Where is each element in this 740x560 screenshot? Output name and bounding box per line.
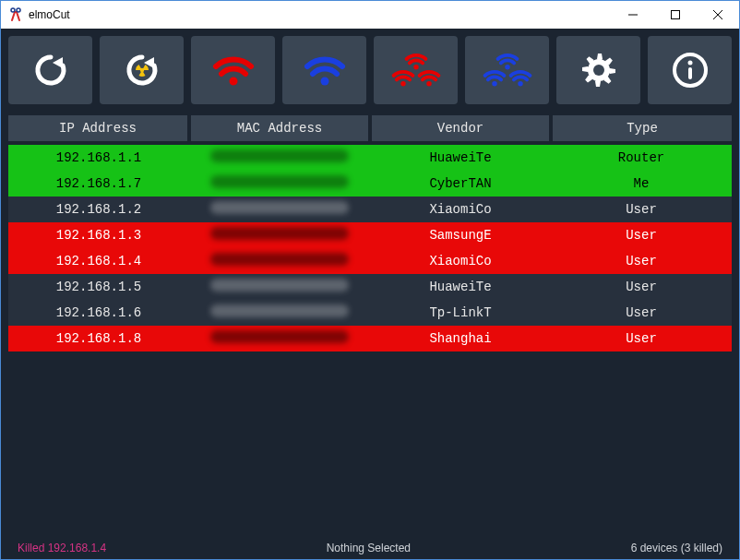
wifi-red-icon [210,50,257,90]
cell-mac [189,326,370,351]
cell-type: Me [551,171,732,197]
mac-redacted [210,175,349,188]
cell-ip: 192.168.1.6 [8,300,189,326]
mac-redacted [210,149,349,162]
svg-point-14 [505,65,510,70]
cut-all-button[interactable] [374,36,458,104]
mac-redacted [210,279,349,292]
svg-point-10 [320,77,328,86]
table-row[interactable]: 192.168.1.7CyberTANMe [8,171,732,197]
cell-ip: 192.168.1.4 [8,248,189,274]
cell-type: User [551,248,732,274]
cell-ip: 192.168.1.7 [8,171,189,197]
col-ip[interactable]: IP Address [8,115,189,143]
about-button[interactable] [648,36,732,104]
table-header-row: IP Address MAC Address Vendor Type [8,115,732,143]
cell-type: Router [551,143,732,171]
cell-mac [189,274,370,300]
refresh-button[interactable] [8,36,92,104]
close-button[interactable] [697,1,739,29]
window-title: elmoCut [29,8,70,21]
cell-vendor: Shanghai [370,326,551,351]
col-mac[interactable]: MAC Address [189,115,370,143]
svg-point-11 [413,65,419,70]
table-row[interactable]: 192.168.1.6Tp-LinkTUser [8,300,732,326]
cell-mac [189,300,370,326]
svg-point-9 [229,77,237,86]
scan-button[interactable] [100,36,184,104]
svg-point-15 [492,81,497,87]
cell-ip: 192.168.1.2 [8,197,189,222]
cell-vendor: XiaomiCo [370,248,551,274]
cell-vendor: SamsungE [370,222,551,248]
svg-point-1 [17,8,20,12]
cell-mac [189,222,370,248]
svg-point-0 [11,8,15,12]
cell-mac [189,143,370,171]
status-left: Killed 192.168.1.4 [18,542,106,554]
cell-ip: 192.168.1.1 [8,143,189,171]
cell-type: User [551,300,732,326]
uncut-all-button[interactable] [465,36,549,104]
cell-ip: 192.168.1.5 [8,274,189,300]
cell-type: User [551,197,732,222]
mac-redacted [210,304,349,317]
col-vendor[interactable]: Vendor [370,115,551,143]
cell-vendor: HuaweiTe [370,274,551,300]
info-icon [671,51,710,89]
cell-vendor: HuaweiTe [370,143,551,171]
device-table[interactable]: IP Address MAC Address Vendor Type 192.1… [8,115,732,351]
svg-point-12 [400,81,406,87]
wifi-blue-icon [302,50,348,90]
cell-mac [189,171,370,197]
cell-vendor: XiaomiCo [370,197,551,222]
wifi-red-multi-icon [390,48,442,92]
cell-mac [189,248,370,274]
col-type[interactable]: Type [551,115,732,143]
uncut-one-button[interactable] [282,36,366,104]
status-right: 6 devices (3 killed) [631,542,722,554]
cell-ip: 192.168.1.8 [8,326,189,351]
cell-type: User [551,326,732,351]
table-row[interactable]: 192.168.1.3SamsungEUser [8,222,732,248]
table-row[interactable]: 192.168.1.1HuaweiTeRouter [8,143,732,171]
svg-marker-6 [53,57,63,68]
mac-redacted [210,330,349,343]
gear-icon [579,51,618,89]
cell-type: User [551,274,732,300]
titlebar: elmoCut [1,1,739,29]
svg-point-21 [687,61,692,66]
table-row[interactable]: 192.168.1.5HuaweiTeUser [8,274,732,300]
maximize-button[interactable] [654,1,697,29]
mac-redacted [210,253,349,266]
radiation-refresh-icon [122,50,162,90]
settings-button[interactable] [556,36,640,104]
cell-type: User [551,222,732,248]
wifi-blue-multi-icon [482,48,533,92]
table-row[interactable]: 192.168.1.8ShanghaiUser [8,326,732,351]
svg-rect-3 [672,11,680,19]
app-window: elmoCut [0,0,740,560]
cell-mac [189,197,370,222]
cut-one-button[interactable] [191,36,275,104]
svg-rect-22 [688,67,692,79]
svg-point-19 [593,65,604,76]
app-icon [8,7,23,22]
toolbar [8,36,732,104]
refresh-icon [30,50,71,90]
mac-redacted [210,201,349,214]
svg-point-16 [518,81,523,87]
client-area: IP Address MAC Address Vendor Type 192.1… [1,29,739,559]
status-center: Nothing Selected [106,542,631,554]
cell-vendor: CyberTAN [370,171,551,197]
minimize-button[interactable] [612,1,654,29]
svg-point-13 [426,81,432,87]
status-bar: Killed 192.168.1.4 Nothing Selected 6 de… [8,537,732,559]
device-table-container: IP Address MAC Address Vendor Type 192.1… [8,113,732,537]
cell-vendor: Tp-LinkT [370,300,551,326]
mac-redacted [210,227,349,240]
table-row[interactable]: 192.168.1.2XiaomiCoUser [8,197,732,222]
table-row[interactable]: 192.168.1.4XiaomiCoUser [8,248,732,274]
cell-ip: 192.168.1.3 [8,222,189,248]
